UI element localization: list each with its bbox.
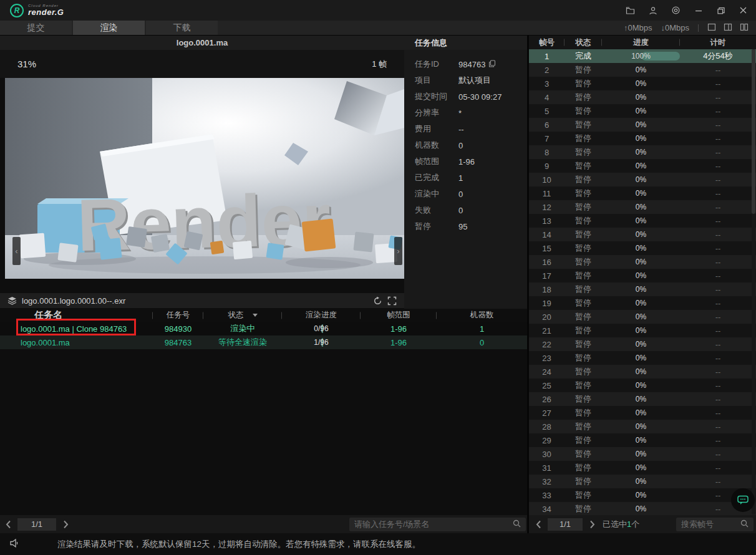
frame-prev-page-button[interactable] bbox=[531, 518, 545, 531]
frame-row[interactable]: 31暂停0%-- bbox=[529, 461, 756, 475]
customer-service-chat-button[interactable] bbox=[731, 488, 755, 512]
task-row[interactable]: logo.0001.ma984763等待全速渲染1/961-960 bbox=[0, 335, 527, 349]
col-machine-count[interactable]: 机器数 bbox=[437, 310, 527, 321]
frame-scrollbar-thumb[interactable] bbox=[752, 49, 755, 214]
frame-row[interactable]: 19暂停0%-- bbox=[529, 296, 756, 310]
frame-time: -- bbox=[680, 258, 756, 267]
copy-icon[interactable] bbox=[488, 60, 496, 69]
status-filter-caret-icon[interactable] bbox=[253, 314, 258, 317]
frame-row[interactable]: 29暂停0%-- bbox=[529, 433, 756, 447]
task-info-row: 任务ID984763 bbox=[415, 56, 527, 72]
frame-number: 7 bbox=[529, 134, 565, 143]
frame-row[interactable]: 20暂停0%-- bbox=[529, 310, 756, 324]
frame-search-input[interactable] bbox=[681, 519, 740, 529]
frame-row[interactable]: 3暂停0%-- bbox=[529, 77, 756, 90]
col-render-progress[interactable]: 渲染进度 bbox=[282, 310, 361, 321]
user-icon[interactable] bbox=[649, 6, 657, 15]
search-icon[interactable] bbox=[513, 519, 521, 530]
frame-row[interactable]: 15暂停0%-- bbox=[529, 241, 756, 255]
tab-render[interactable]: 渲染 bbox=[73, 21, 145, 35]
frame-row[interactable]: 17暂停0%-- bbox=[529, 269, 756, 282]
tab-download[interactable]: 下载 bbox=[146, 21, 218, 35]
info-value: 0 bbox=[458, 206, 463, 215]
frame-row[interactable]: 5暂停0%-- bbox=[529, 104, 756, 118]
frame-row[interactable]: 4暂停0%-- bbox=[529, 90, 756, 104]
frame-row[interactable]: 7暂停0%-- bbox=[529, 132, 756, 145]
task-name[interactable]: logo.0001.ma bbox=[0, 338, 153, 347]
frame-row[interactable]: 9暂停0%-- bbox=[529, 159, 756, 173]
refresh-icon[interactable] bbox=[373, 296, 382, 306]
frame-time: -- bbox=[680, 244, 756, 253]
layout-single-icon[interactable] bbox=[707, 23, 716, 33]
frame-row[interactable]: 11暂停0%-- bbox=[529, 186, 756, 200]
frame-row[interactable]: 21暂停0%-- bbox=[529, 324, 756, 337]
task-search-input[interactable] bbox=[354, 519, 513, 529]
frame-progress-cell: 0% bbox=[602, 450, 680, 458]
frame-number: 2 bbox=[529, 65, 565, 75]
frame-row[interactable]: 26暂停0%-- bbox=[529, 392, 756, 406]
frame-progress-label: 0% bbox=[602, 491, 680, 500]
frame-progress-label: 0% bbox=[602, 230, 680, 239]
frame-row[interactable]: 8暂停0%-- bbox=[529, 145, 756, 159]
col-task-status[interactable]: 状态 bbox=[203, 310, 282, 321]
task-row[interactable]: logo.0001.ma | Clone 984763984930渲染中0/96… bbox=[0, 322, 527, 335]
task-table-header: 任务名 任务号 状态 渲染进度 帧范围 机器数 bbox=[0, 309, 527, 322]
close-button[interactable] bbox=[739, 6, 747, 14]
frame-row[interactable]: 14暂停0%-- bbox=[529, 228, 756, 241]
frame-row[interactable]: 33暂停0%-- bbox=[529, 488, 756, 502]
frame-progress-cell: 0% bbox=[602, 230, 680, 239]
minimize-button[interactable] bbox=[694, 6, 703, 15]
frame-row[interactable]: 16暂停0%-- bbox=[529, 255, 756, 269]
preview-prev-arrow[interactable]: ‹ bbox=[12, 237, 21, 265]
frame-row[interactable]: 12暂停0%-- bbox=[529, 200, 756, 214]
frame-status: 暂停 bbox=[565, 256, 602, 268]
frame-row[interactable]: 22暂停0%-- bbox=[529, 337, 756, 351]
frame-progress-cell: 0% bbox=[602, 381, 680, 390]
frame-row[interactable]: 23暂停0%-- bbox=[529, 351, 756, 365]
col-frame-status[interactable]: 状态 bbox=[565, 37, 602, 48]
tab-submit[interactable]: 提交 bbox=[0, 21, 72, 35]
frame-progress-cell: 0% bbox=[602, 79, 680, 88]
frame-status: 暂停 bbox=[565, 352, 602, 364]
info-label: 暂停 bbox=[415, 221, 458, 232]
task-next-page-button[interactable] bbox=[59, 518, 72, 531]
settings-gear-icon[interactable] bbox=[671, 6, 681, 15]
task-name[interactable]: logo.0001.ma | Clone 984763 bbox=[0, 324, 153, 334]
frame-row[interactable]: 6暂停0%-- bbox=[529, 118, 756, 132]
maximize-button[interactable] bbox=[717, 6, 725, 15]
task-info-row: 暂停95 bbox=[415, 218, 527, 234]
frame-row[interactable]: 24暂停0%-- bbox=[529, 365, 756, 379]
col-frame-progress[interactable]: 进度 bbox=[602, 37, 680, 48]
frame-row[interactable]: 2暂停0%-- bbox=[529, 63, 756, 77]
frame-row[interactable]: 28暂停0%-- bbox=[529, 420, 756, 433]
layout-columns-icon[interactable] bbox=[740, 23, 749, 33]
folder-icon[interactable] bbox=[626, 6, 635, 15]
frame-number: 22 bbox=[529, 340, 565, 349]
search-icon[interactable] bbox=[740, 519, 749, 530]
frame-row[interactable]: 1完成100%4分54秒 bbox=[529, 49, 756, 63]
frame-row[interactable]: 30暂停0%-- bbox=[529, 447, 756, 461]
frame-progress-cell: 0% bbox=[602, 216, 680, 225]
layout-split-icon[interactable] bbox=[724, 23, 732, 33]
frame-scrollbar[interactable] bbox=[752, 49, 755, 514]
fullscreen-icon[interactable] bbox=[387, 296, 397, 306]
frame-number: 1 bbox=[529, 52, 565, 61]
frame-next-page-button[interactable] bbox=[585, 518, 599, 531]
frame-row[interactable]: 27暂停0%-- bbox=[529, 406, 756, 420]
col-task-name[interactable]: 任务名 bbox=[0, 309, 153, 321]
preview-next-arrow[interactable]: › bbox=[394, 237, 402, 265]
frame-row[interactable]: 13暂停0%-- bbox=[529, 214, 756, 228]
frame-time: -- bbox=[680, 134, 756, 143]
task-prev-page-button[interactable] bbox=[1, 518, 15, 531]
col-frame-time[interactable]: 计时 bbox=[680, 37, 756, 48]
frame-row[interactable]: 10暂停0%-- bbox=[529, 173, 756, 186]
frame-row[interactable]: 32暂停0%-- bbox=[529, 475, 756, 488]
frame-status: 暂停 bbox=[565, 462, 602, 473]
col-frame-range[interactable]: 帧范围 bbox=[361, 310, 437, 321]
col-task-id[interactable]: 任务号 bbox=[153, 310, 203, 321]
frame-row[interactable]: 25暂停0%-- bbox=[529, 379, 756, 392]
col-frame-number[interactable]: 帧号 bbox=[529, 37, 565, 48]
frame-row[interactable]: 34暂停0%-- bbox=[529, 502, 756, 516]
frame-time: -- bbox=[680, 408, 756, 418]
frame-row[interactable]: 18暂停0%-- bbox=[529, 282, 756, 296]
